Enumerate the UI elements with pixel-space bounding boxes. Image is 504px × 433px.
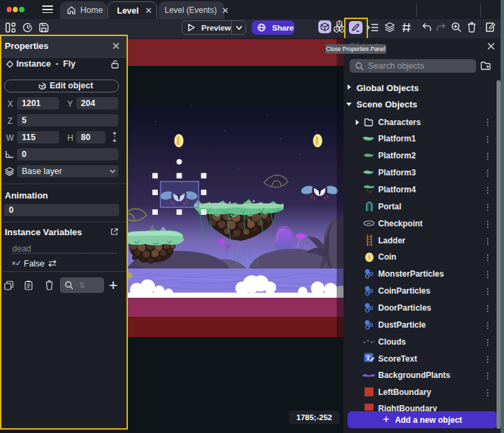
svg-text:T: T <box>366 354 371 362</box>
